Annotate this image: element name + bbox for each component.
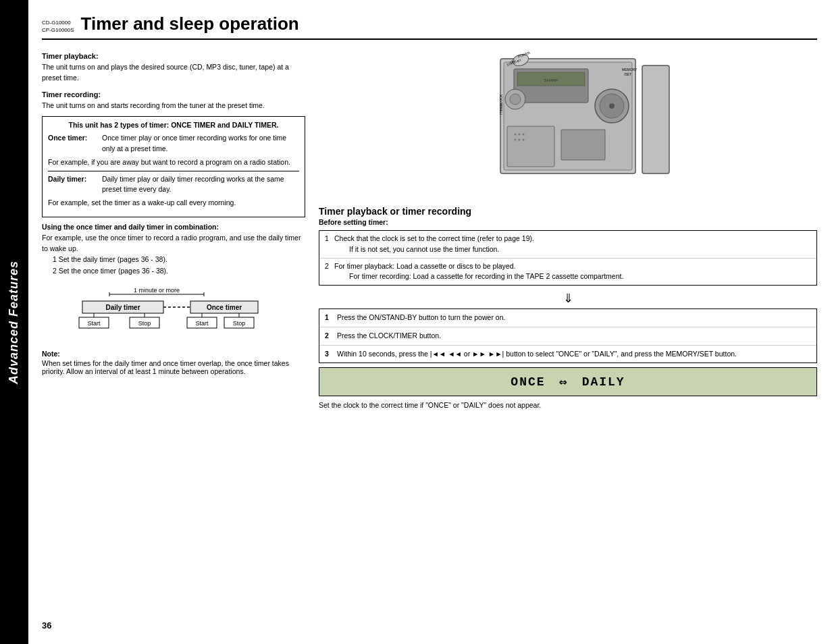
- instr-row-3: 3 Within 10 seconds, press the |◄◄ ◄◄ or…: [319, 346, 816, 363]
- svg-point-37: [523, 139, 525, 141]
- daily-timer-desc: Daily timer play or daily timer recordin…: [102, 174, 299, 196]
- divider: [48, 171, 299, 171]
- svg-point-33: [519, 134, 521, 136]
- svg-text:/TIMER: /TIMER: [499, 103, 503, 115]
- lcd-display: ONCE ⇔ DAILY: [319, 367, 817, 396]
- svg-rect-31: [507, 126, 554, 167]
- svg-text:MEMORY: MEMORY: [622, 68, 637, 72]
- instr-text-3: Within 10 seconds, press the |◄◄ ◄◄ or ►…: [337, 349, 811, 360]
- once-timer-row: Once timer: Once timer play or once time…: [48, 133, 299, 155]
- device-image-area: SHARP: [319, 45, 817, 200]
- svg-text:Daily timer: Daily timer: [105, 304, 140, 311]
- pre-step-2-sub: For timer recording: Load a cassette for…: [334, 271, 623, 282]
- svg-point-36: [519, 139, 521, 141]
- note-section: Note: When set times for the daily timer…: [42, 350, 305, 375]
- device-svg: SHARP: [460, 45, 676, 194]
- lcd-right: DAILY: [582, 375, 625, 389]
- pre-step-1-text: Check that the clock is set to the corre…: [334, 234, 534, 244]
- pre-step-2-text: For timer playback: Load a cassette or d…: [334, 261, 623, 272]
- combo-title: Using the once timer and daily timer in …: [42, 223, 305, 231]
- info-box: This unit has 2 types of timer: ONCE TIM…: [42, 116, 305, 217]
- svg-text:Start: Start: [87, 320, 101, 327]
- pre-step-1-content: Check that the clock is set to the corre…: [334, 234, 534, 255]
- note-title: Note:: [42, 350, 305, 358]
- daily-timer-row: Daily timer: Daily timer play or daily t…: [48, 174, 299, 196]
- timer-playback-body: The unit turns on and plays the desired …: [42, 62, 305, 84]
- sidebar-label: Advanced Features: [7, 260, 22, 383]
- two-column-layout: Timer playback: The unit turns on and pl…: [42, 45, 817, 410]
- combination-section: Using the once timer and daily timer in …: [42, 223, 305, 277]
- daily-timer-example: For example, set the timer as a wake-up …: [48, 198, 299, 209]
- instr-row-1: 1 Press the ON/STAND-BY button to turn t…: [319, 309, 816, 327]
- once-timer-label: Once timer:: [48, 133, 102, 144]
- note-body: When set times for the daily timer and o…: [42, 359, 305, 375]
- timer-recording-title: Timer recording:: [42, 90, 305, 99]
- lcd-left: ONCE: [511, 375, 545, 389]
- header-section: CD-G10000 CP-G10000S Timer and sleep ope…: [42, 14, 817, 40]
- device-image: SHARP: [460, 45, 676, 194]
- timer-diagram: 1 minute or more Daily timer Once timer …: [42, 284, 305, 344]
- svg-point-34: [523, 134, 525, 136]
- svg-point-35: [515, 139, 517, 141]
- combo-body: For example, use the once timer to recor…: [42, 233, 305, 254]
- page-title: Timer and sleep operation: [81, 14, 817, 34]
- svg-text:Once timer: Once timer: [207, 304, 242, 311]
- timer-playback-recording-title: Timer playback or timer recording: [319, 206, 817, 217]
- diagram-svg: 1 minute or more Daily timer Once timer …: [42, 284, 271, 344]
- model-1: CD-G10000: [42, 19, 74, 26]
- pre-steps-box: 1 Check that the clock is set to the cor…: [319, 230, 817, 286]
- once-timer-desc: Once timer play or once timer recording …: [102, 133, 299, 155]
- instr-text-2: Press the CLOCK/TIMER button.: [337, 331, 811, 342]
- timer-playback-recording-section: Timer playback or timer recording Before…: [319, 206, 817, 410]
- svg-point-28: [609, 103, 615, 109]
- instr-row-2: 2 Press the CLOCK/TIMER button.: [319, 327, 816, 346]
- combo-step1: 1 Set the daily timer (pages 36 - 38).: [53, 254, 305, 265]
- svg-text:1 minute or more: 1 minute or more: [134, 287, 180, 294]
- timer-playback-title: Timer playback:: [42, 52, 305, 60]
- lcd-arrow-icon: ⇔: [559, 373, 569, 390]
- info-box-title: This unit has 2 types of timer: ONCE TIM…: [48, 121, 299, 129]
- svg-text:Stop: Stop: [233, 320, 246, 327]
- before-setting-subtitle: Before setting timer:: [319, 218, 817, 226]
- combo-step2: 2 Set the once timer (pages 36 - 38).: [53, 265, 305, 277]
- timer-recording-section: Timer recording: The unit turns on and s…: [42, 90, 305, 111]
- combo-list: 1 Set the daily timer (pages 36 - 38). 2…: [53, 254, 305, 277]
- instr-num-2: 2: [325, 331, 337, 342]
- svg-text:Stop: Stop: [138, 320, 151, 327]
- page-container: Advanced Features CD-G10000 CP-G10000S T…: [0, 0, 834, 644]
- pre-step-1-sub: If it is not set, you cannot use the tim…: [334, 244, 534, 255]
- right-column: SHARP: [319, 45, 817, 410]
- once-timer-example: For example, if you are away but want to…: [48, 157, 299, 168]
- pre-step-1-num: 1: [325, 234, 334, 244]
- timer-recording-body: The unit turns on and starts recording f…: [42, 101, 305, 111]
- instr-num-3: 3: [325, 349, 337, 360]
- left-column: Timer playback: The unit turns on and pl…: [42, 45, 305, 410]
- svg-point-32: [515, 134, 517, 136]
- lcd-note: Set the clock to the correct time if "ON…: [319, 400, 817, 410]
- instr-num-1: 1: [325, 313, 337, 323]
- main-content: CD-G10000 CP-G10000S Timer and sleep ope…: [28, 0, 834, 644]
- pre-step-2-content: For timer playback: Load a cassette or d…: [334, 261, 623, 283]
- pre-step-2: 2 For timer playback: Load a cassette or…: [319, 259, 816, 286]
- svg-text:SHARP: SHARP: [544, 78, 558, 82]
- timer-playback-section: Timer playback: The unit turns on and pl…: [42, 52, 305, 84]
- page-number: 36: [42, 620, 51, 630]
- svg-point-30: [510, 94, 521, 105]
- svg-text:/SET: /SET: [624, 72, 631, 76]
- instructions-box: 1 Press the ON/STAND-BY button to turn t…: [319, 308, 817, 363]
- svg-rect-39: [642, 65, 669, 173]
- svg-text:Start: Start: [195, 320, 209, 327]
- model-2: CP-G10000S: [42, 26, 74, 34]
- svg-rect-38: [561, 130, 605, 160]
- daily-timer-label: Daily timer:: [48, 174, 102, 185]
- pre-step-2-num: 2: [325, 261, 334, 272]
- arrow-down-icon: ⇓: [319, 291, 817, 306]
- pre-step-1: 1 Check that the clock is set to the cor…: [319, 231, 816, 259]
- sidebar: Advanced Features: [0, 0, 28, 644]
- instr-text-1: Press the ON/STAND-BY button to turn the…: [337, 313, 811, 323]
- model-numbers: CD-G10000 CP-G10000S: [42, 14, 74, 34]
